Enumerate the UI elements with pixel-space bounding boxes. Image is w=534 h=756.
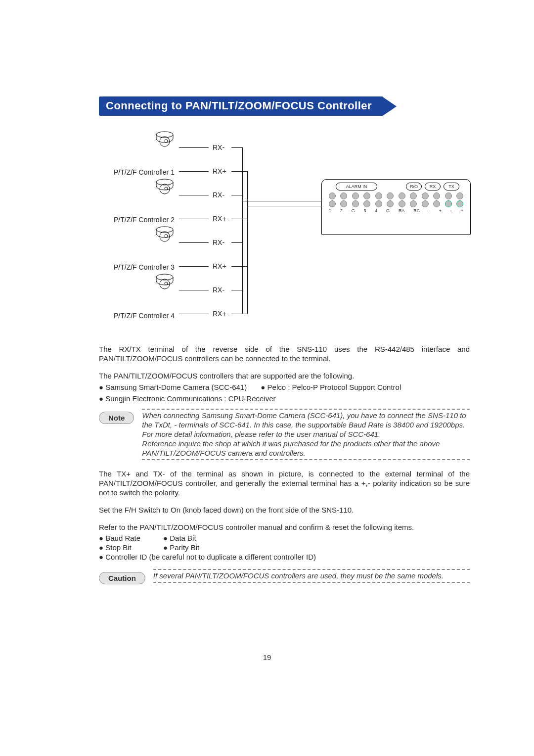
ro-pill: R/O: [406, 183, 422, 190]
config-items-list: Baud RateData Bit Stop BitParity Bit Con…: [99, 534, 470, 561]
rx-plus-label-4: RX+: [213, 310, 226, 318]
camera-icon: [153, 129, 176, 151]
section-heading: Connecting to PAN/TILT/ZOOM/FOCUS Contro…: [99, 96, 383, 116]
conf-stop-bit: Stop Bit: [99, 543, 163, 552]
supported-item-3: Sungjin Electronic Communications : CPU-…: [99, 394, 276, 403]
controller-3-label: P/T/Z/F Controller 3: [114, 263, 175, 271]
rx-minus-label-1: RX-: [213, 143, 224, 151]
rx-minus-label-3: RX-: [213, 238, 224, 246]
supported-item-2: Pelco : Pelco-P Protocol Support Control: [261, 383, 401, 391]
supported-list: Samsung Smart-Dome Camera (SCC-641) Pelc…: [99, 383, 470, 391]
svg-point-11: [165, 282, 168, 285]
note-text-2: Reference inquire the shop at which it w…: [142, 439, 470, 458]
ribbon-chevron-icon: [383, 97, 397, 116]
camera-icon: [153, 224, 176, 246]
wiring-diagram: P/T/Z/F Controller 1 RX- RX+ P/T/Z/F Con…: [99, 129, 470, 336]
conf-parity-bit: Parity Bit: [163, 543, 199, 552]
controller-2-label: P/T/Z/F Controller 2: [114, 216, 175, 224]
controller-4-label: P/T/Z/F Controller 4: [114, 312, 175, 320]
caution-block: Caution If several PAN/TILT/ZOOM/FOCUS c…: [99, 568, 470, 584]
caution-text: If several PAN/TILT/ZOOM/FOCUS controlle…: [153, 571, 470, 580]
rx-minus-label-2: RX-: [213, 191, 224, 199]
note-pill: Note: [99, 412, 134, 424]
paragraph-confirm-reset: Refer to the PAN/TILT/ZOOM/FOCUS control…: [99, 522, 470, 532]
tx-pill: TX: [444, 183, 459, 190]
svg-point-2: [165, 140, 168, 142]
camera-icon: [153, 176, 176, 199]
camera-icon: [153, 271, 176, 294]
rx-pill: RX: [425, 183, 441, 190]
rx-plus-label-3: RX+: [213, 262, 226, 270]
dashed-divider: [153, 582, 470, 583]
connector-terminal-diagram: ALARM IN R/O RX TX 12G34GRARC-+-+: [321, 179, 471, 235]
conf-controller-id: Controller ID (be careful not to duplica…: [99, 553, 316, 561]
paragraph-supported: The PAN/TILT/ZOOM/FOCUS controllers that…: [99, 371, 470, 380]
paragraph-polarity: The TX+ and TX- of the terminal as shown…: [99, 469, 470, 498]
svg-point-8: [165, 235, 168, 237]
page-number: 19: [0, 653, 534, 662]
paragraph-interface: The RX/TX terminal of the reverse side o…: [99, 344, 470, 363]
svg-point-5: [165, 187, 168, 190]
alarm-in-pill: ALARM IN: [336, 183, 377, 190]
rx-minus-label-4: RX-: [213, 286, 224, 294]
dashed-divider: [142, 409, 470, 410]
controller-1-label: P/T/Z/F Controller 1: [114, 168, 175, 176]
paragraph-fhswitch: Set the F/H Switch to On (knob faced dow…: [99, 505, 470, 515]
caution-pill: Caution: [99, 572, 145, 584]
section-heading-ribbon: Connecting to PAN/TILT/ZOOM/FOCUS Contro…: [99, 96, 470, 116]
rx-plus-label-2: RX+: [213, 215, 226, 223]
terminal-legend: 12G34GRARC-+-+: [329, 208, 463, 213]
dashed-divider: [153, 569, 470, 570]
conf-data-bit: Data Bit: [163, 534, 196, 542]
note-block: Note When connecting Samsung Smart-Dome …: [99, 408, 470, 461]
dashed-divider: [142, 459, 470, 460]
conf-baud-rate: Baud Rate: [99, 534, 163, 542]
rx-plus-label-1: RX+: [213, 167, 226, 175]
supported-item-1: Samsung Smart-Dome Camera (SCC-641): [99, 383, 247, 391]
note-text-1: When connecting Samsung Smart-Dome Camer…: [142, 411, 470, 439]
